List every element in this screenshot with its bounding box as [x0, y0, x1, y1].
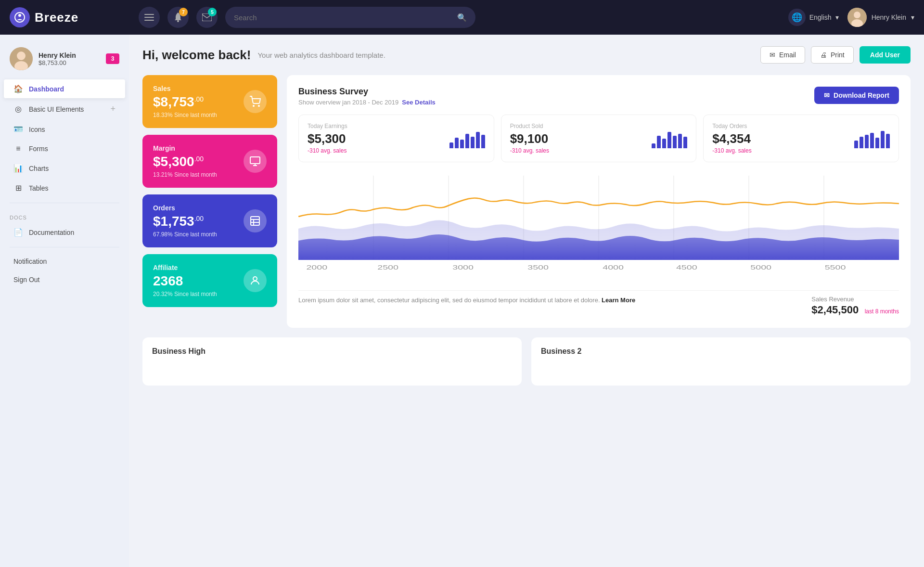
stat-card-affiliate: Affiliate 2368 20.32% Since last month	[142, 254, 277, 307]
sidebar-item-label: Notification	[13, 258, 47, 265]
sales-revenue-period: last 8 months	[865, 308, 899, 315]
sidebar-user-avatar	[10, 47, 33, 70]
welcome-title: Hi, welcome back!	[142, 48, 251, 63]
logo-text: Breeze	[35, 10, 78, 25]
messages-button[interactable]: 5	[196, 7, 218, 28]
sales-revenue-row: $2,45,500 last 8 months	[811, 304, 899, 316]
download-report-button[interactable]: ✉ Download Report	[814, 87, 899, 104]
survey-title-area: Business Survey Show overview jan 2018 -…	[298, 87, 436, 106]
sidebar-item-dashboard[interactable]: 🏠 Dashboard	[4, 79, 125, 98]
stat-info-sales: Sales $8,753.00 18.33% Since last month	[153, 85, 244, 118]
nav-divider	[10, 203, 119, 203]
stat-info-orders: Orders $1,753.00 67.98% Since last month	[153, 204, 244, 238]
bottom-grid: Business High Business 2	[142, 337, 911, 386]
expand-icon: +	[110, 104, 116, 114]
menu-button[interactable]	[139, 7, 160, 28]
svg-text:5500: 5500	[825, 264, 846, 271]
search-input[interactable]	[234, 13, 452, 22]
print-btn-label: Print	[831, 51, 845, 59]
email-btn-label: Email	[779, 51, 796, 59]
home-icon: 🏠	[13, 84, 23, 93]
docs-section-label: Docs	[0, 208, 129, 222]
stat-label-margin: Margin	[153, 144, 244, 152]
user-menu[interactable]: Henry Klein ▾	[847, 8, 914, 27]
logo-icon	[10, 7, 30, 27]
user-profile: Henry Klein $8,753.00 3	[0, 42, 129, 79]
stat-icon-sales	[244, 90, 267, 113]
stat-label-orders: Orders	[153, 204, 244, 212]
print-button[interactable]: 🖨 Print	[811, 46, 854, 64]
stat-value-sales: $8,753.00	[153, 94, 244, 110]
stat-icon-margin	[244, 150, 267, 173]
globe-icon: 🌐	[788, 9, 806, 26]
sidebar-item-tables[interactable]: ⊞ Tables	[4, 179, 125, 197]
sidebar-item-signout[interactable]: Sign Out	[4, 271, 125, 288]
see-details-link[interactable]: See Details	[402, 99, 435, 106]
svg-point-13	[253, 105, 255, 107]
learn-more-link[interactable]: Learn More	[602, 296, 635, 304]
mini-stats: Today Earnings $5,300 -310 avg. sales	[298, 115, 899, 162]
svg-rect-2	[144, 14, 154, 15]
mini-card-product: Product Sold $9,100 -310 avg. sales	[501, 115, 697, 162]
stat-change-affiliate: 20.32% Since last month	[153, 291, 244, 297]
topbar-right: 🌐 English ▾ Henry Klein ▾	[788, 8, 914, 27]
chart-bar	[449, 142, 453, 148]
header-actions: ✉ Email 🖨 Print Add User	[760, 46, 911, 64]
svg-point-11	[17, 52, 26, 60]
search-bar: 🔍	[225, 7, 475, 28]
chart-footer: Lorem ipsum dolor sit amet, consectetur …	[298, 290, 899, 316]
chart-bar	[455, 138, 459, 148]
area-chart: 2000 2500 3000 3500 4000 4500 5000 5500	[298, 171, 899, 284]
svg-text:5000: 5000	[750, 264, 771, 271]
chart-bar	[471, 137, 475, 148]
svg-rect-4	[144, 20, 154, 21]
sidebar-user-badge: 3	[106, 53, 119, 64]
chart-bar	[481, 135, 485, 148]
sidebar-user-info: Henry Klein $8,753.00	[38, 52, 100, 66]
email-button[interactable]: ✉ Email	[760, 46, 805, 64]
sidebar-item-charts[interactable]: 📊 Charts	[4, 159, 125, 178]
chart-bar	[465, 134, 469, 148]
chart-bar	[683, 137, 687, 148]
chart-bar	[854, 141, 858, 148]
chart-footer-text: Lorem ipsum dolor sit amet, consectetur …	[298, 296, 635, 305]
mini-chart-product	[652, 129, 687, 148]
mini-card-info-today-orders: Today Orders $4,354 -310 avg. sales	[712, 123, 751, 154]
sales-revenue-label: Sales Revenue	[811, 296, 899, 303]
chart-bar	[886, 134, 890, 148]
download-icon: ✉	[824, 91, 830, 99]
sidebar-item-label: Forms	[29, 145, 48, 153]
add-user-btn-label: Add User	[870, 51, 900, 59]
chart-bar	[875, 138, 879, 148]
mini-card-change-product: -310 avg. sales	[510, 147, 549, 154]
chart-bar	[460, 140, 464, 148]
sidebar-item-icons[interactable]: 🪪 Icons	[4, 120, 125, 139]
mini-card-earnings: Today Earnings $5,300 -310 avg. sales	[298, 115, 494, 162]
svg-point-22	[253, 277, 257, 281]
sidebar-item-forms[interactable]: ≡ Forms	[4, 140, 125, 158]
language-selector[interactable]: 🌐 English ▾	[788, 9, 839, 26]
main-wrap: Henry Klein $8,753.00 3 🏠 Dashboard ◎ Ba…	[0, 35, 924, 567]
stat-value-affiliate: 2368	[153, 273, 244, 289]
sidebar-item-documentation[interactable]: 📄 Documentation	[4, 223, 125, 242]
stat-change-sales: 18.33% Since last month	[153, 112, 244, 118]
icons-icon: 🪪	[13, 125, 23, 134]
add-user-button[interactable]: Add User	[860, 46, 911, 64]
charts-icon: 📊	[13, 164, 23, 173]
svg-text:3500: 3500	[527, 264, 549, 271]
notifications-button[interactable]: 7	[167, 7, 189, 28]
sidebar-item-ui-elements[interactable]: ◎ Basic UI Elements +	[4, 99, 125, 119]
svg-point-8	[854, 12, 860, 18]
topbar: Breeze 7 5 🔍	[0, 0, 924, 35]
survey-title: Business Survey	[298, 87, 436, 97]
sidebar-item-label: Documentation	[29, 229, 74, 236]
survey-panel: Business Survey Show overview jan 2018 -…	[287, 75, 911, 328]
main-grid: Sales $8,753.00 18.33% Since last month …	[142, 75, 911, 328]
sidebar-item-notification[interactable]: Notification	[4, 253, 125, 270]
svg-rect-3	[144, 17, 154, 18]
sidebar: Henry Klein $8,753.00 3 🏠 Dashboard ◎ Ba…	[0, 35, 129, 567]
svg-text:2000: 2000	[306, 264, 327, 271]
bottom-panel-left: Business High	[142, 337, 522, 386]
content-area: Hi, welcome back! Your web analytics das…	[129, 35, 924, 567]
svg-text:4000: 4000	[603, 264, 624, 271]
